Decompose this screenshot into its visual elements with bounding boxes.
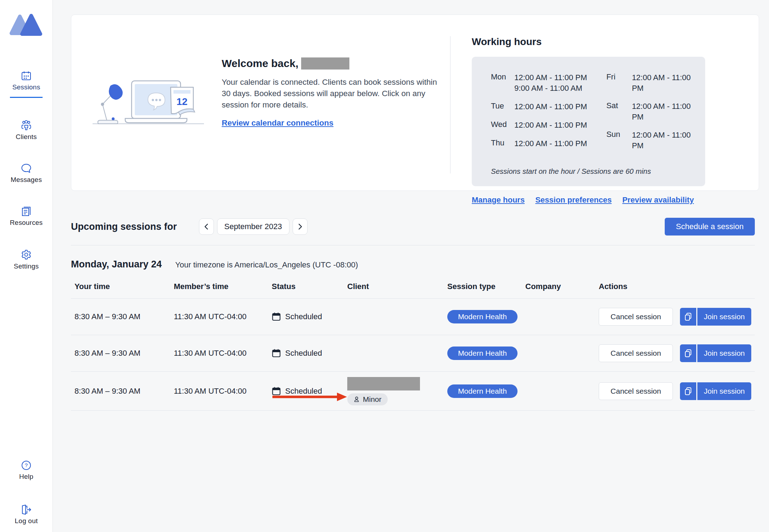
desk-laptop-illustration: 12 <box>92 72 205 126</box>
join-session-button[interactable]: Join session <box>697 308 751 326</box>
sidebar-footer: ? Help Log out <box>15 460 38 525</box>
gear-icon <box>20 249 32 261</box>
col-actions: Actions <box>599 282 755 291</box>
session-type-badge: Modern Health <box>447 310 518 323</box>
sidebar-item-label: Resources <box>10 219 43 227</box>
month-navigation: September 2023 <box>199 218 308 235</box>
sidebar-item-label: Log out <box>15 517 38 525</box>
hours-value: 12:00 AM - 11:00 PM <box>514 120 587 131</box>
sidebar: Sessions Clients Messages <box>0 0 53 532</box>
hours-value: 12:00 AM - 11:00 PM <box>514 72 587 83</box>
copy-session-link-button[interactable] <box>680 344 696 362</box>
working-hours-panel: Working hours Mon 12:00 AM - 11:00 PM 9:… <box>450 36 759 173</box>
member-time-value: 11:30 AM UTC-04:00 <box>174 349 272 358</box>
session-row[interactable]: 8:30 AM – 9:30 AM 11:30 AM UTC-04:00 Sch… <box>71 335 755 372</box>
documents-icon <box>21 206 32 217</box>
review-calendar-connections-link[interactable]: Review calendar connections <box>222 118 333 128</box>
red-annotation-arrow-icon <box>272 392 347 402</box>
calendar-status-icon <box>272 312 281 321</box>
welcome-card: 12 Welcome back, Your calendar is connec… <box>71 15 759 191</box>
hours-row-tue: Tue 12:00 AM - 11:00 PM <box>491 101 593 112</box>
session-type-badge: Modern Health <box>447 347 518 360</box>
hours-value: 12:00 AM - 11:00 PM <box>632 101 698 122</box>
hours-row-thu: Thu 12:00 AM - 11:00 PM <box>491 138 593 149</box>
minor-badge: Minor <box>347 393 388 405</box>
sidebar-item-label: Messages <box>11 176 42 184</box>
copy-icon <box>684 312 692 321</box>
working-hours-title: Working hours <box>472 36 759 48</box>
sidebar-item-settings[interactable]: Settings <box>14 249 39 270</box>
welcome-text-block: Welcome back, Your calendar is connected… <box>222 57 438 190</box>
previous-month-button[interactable] <box>199 218 214 235</box>
sidebar-item-messages[interactable]: Messages <box>11 163 42 184</box>
day-label: Sat <box>606 101 632 122</box>
session-preferences-link[interactable]: Session preferences <box>535 195 612 205</box>
redacted-client <box>347 377 420 390</box>
day-label: Tue <box>491 101 514 112</box>
sidebar-item-logout[interactable]: Log out <box>15 504 38 525</box>
sidebar-item-label: Clients <box>16 133 37 141</box>
sidebar-item-clients[interactable]: Clients <box>16 120 37 141</box>
hours-value: 12:00 AM - 11:00 PM <box>632 130 698 151</box>
join-session-button[interactable]: Join session <box>697 344 751 362</box>
sidebar-item-help[interactable]: ? Help <box>19 460 33 481</box>
logout-icon <box>20 504 32 515</box>
copy-session-link-button[interactable] <box>680 308 696 326</box>
person-icon <box>353 396 360 403</box>
question-icon: ? <box>21 460 32 471</box>
month-selector[interactable]: September 2023 <box>217 218 289 235</box>
schedule-session-button[interactable]: Schedule a session <box>665 218 755 235</box>
chat-icon <box>20 163 32 174</box>
welcome-title: Welcome back, <box>222 57 438 70</box>
col-your-time: Your time <box>74 282 174 291</box>
join-session-button[interactable]: Join session <box>697 382 751 400</box>
member-time-value: 11:30 AM UTC-04:00 <box>174 312 272 321</box>
preview-availability-link[interactable]: Preview availability <box>622 195 694 205</box>
active-indicator <box>10 97 43 98</box>
col-status: Status <box>272 282 347 291</box>
mountains-logo-icon <box>9 13 43 36</box>
session-type-badge: Modern Health <box>447 384 518 398</box>
copy-session-link-button[interactable] <box>680 382 696 400</box>
sidebar-item-resources[interactable]: Resources <box>10 206 43 227</box>
upcoming-sessions-bar: Upcoming sessions for September 2023 Sch… <box>71 218 755 235</box>
col-client: Client <box>347 282 447 291</box>
cancel-session-button[interactable]: Cancel session <box>599 344 673 362</box>
cancel-session-button[interactable]: Cancel session <box>599 308 673 326</box>
hours-value: 12:00 AM - 11:00 PM <box>514 101 587 112</box>
hours-row-sun: Sun 12:00 AM - 11:00 PM <box>606 130 698 151</box>
your-time-value: 8:30 AM – 9:30 AM <box>74 349 174 358</box>
day-label: Thu <box>491 138 514 149</box>
day-label: Fri <box>606 72 632 94</box>
welcome-panel: 12 Welcome back, Your calendar is connec… <box>71 15 450 190</box>
people-icon <box>20 120 32 131</box>
hours-row-sat: Sat 12:00 AM - 11:00 PM <box>606 101 698 122</box>
copy-icon <box>684 387 692 396</box>
svg-text:?: ? <box>25 462 28 468</box>
minor-badge-label: Minor <box>363 395 382 404</box>
manage-hours-link[interactable]: Manage hours <box>472 195 525 205</box>
main-content: 12 Welcome back, Your calendar is connec… <box>53 15 769 532</box>
calendar-status-icon <box>272 349 281 358</box>
sidebar-item-label: Help <box>19 473 33 481</box>
session-row-minor[interactable]: 8:30 AM – 9:30 AM 11:30 AM UTC-04:00 Sch… <box>71 372 755 411</box>
col-member-time: Member’s time <box>174 282 272 291</box>
hours-value: 12:00 AM - 11:00 PM <box>632 72 698 94</box>
working-hours-box: Mon 12:00 AM - 11:00 PM 9:00 AM - 11:00 … <box>472 57 705 186</box>
sidebar-nav: Sessions Clients Messages <box>10 70 43 292</box>
section-divider <box>71 245 755 245</box>
day-heading: Monday, January 24 <box>71 259 162 270</box>
sessions-table-header: Your time Member’s time Status Client Se… <box>71 282 755 299</box>
col-session-type: Session type <box>447 282 525 291</box>
modern-health-logo <box>9 13 43 38</box>
col-company: Company <box>525 282 599 291</box>
status-value: Scheduled <box>285 349 322 358</box>
timezone-text: Your timezone is America/Los_Angeles (UT… <box>175 260 358 270</box>
next-month-button[interactable] <box>293 218 308 235</box>
session-row[interactable]: 8:30 AM – 9:30 AM 11:30 AM UTC-04:00 Sch… <box>71 299 755 335</box>
your-time-value: 8:30 AM – 9:30 AM <box>74 312 174 321</box>
cancel-session-button[interactable]: Cancel session <box>599 382 673 400</box>
upcoming-sessions-heading: Upcoming sessions for <box>71 221 177 232</box>
sidebar-item-sessions[interactable]: Sessions <box>10 70 43 98</box>
member-time-value: 11:30 AM UTC-04:00 <box>174 387 272 396</box>
